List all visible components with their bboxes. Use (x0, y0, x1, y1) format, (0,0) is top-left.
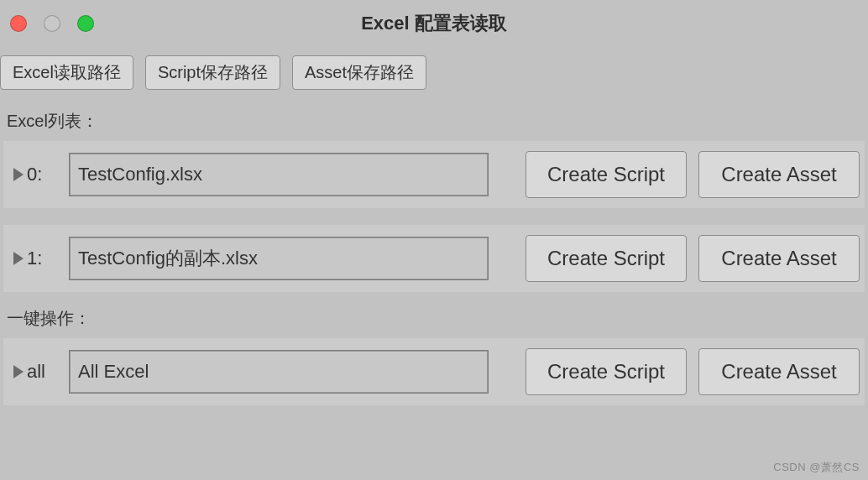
list-item: 0: TestConfig.xlsx Create Script Create … (3, 141, 865, 208)
excel-list: 0: TestConfig.xlsx Create Script Create … (0, 138, 868, 295)
triangle-right-icon (13, 168, 24, 181)
filename-text: TestConfig.xlsx (78, 164, 202, 185)
create-asset-button[interactable]: Create Asset (698, 348, 860, 395)
triangle-right-icon (13, 365, 24, 378)
close-icon[interactable] (10, 15, 27, 32)
window-controls (10, 15, 94, 32)
minimize-icon[interactable] (44, 15, 60, 32)
filename-text: TestConfig的副本.xlsx (78, 246, 258, 271)
filename-field[interactable]: TestConfig的副本.xlsx (69, 237, 489, 280)
create-asset-button[interactable]: Create Asset (698, 151, 860, 198)
create-script-button[interactable]: Create Script (526, 348, 687, 395)
row-index: 0: (27, 164, 42, 185)
row-foldout-0[interactable]: 0: (8, 164, 60, 185)
excel-list-label: Excel列表： (0, 98, 868, 138)
maximize-icon[interactable] (77, 15, 94, 32)
create-script-button[interactable]: Create Script (526, 235, 687, 282)
toolbar: Excel读取路径 Script保存路径 Asset保存路径 (0, 47, 868, 98)
filename-text: All Excel (78, 361, 149, 383)
row-index: all (27, 361, 45, 383)
triangle-right-icon (13, 252, 24, 265)
excel-read-path-button[interactable]: Excel读取路径 (0, 55, 133, 90)
create-script-button[interactable]: Create Script (526, 151, 687, 198)
window-title: Excel 配置表读取 (0, 11, 868, 36)
batch-label: 一键操作： (0, 295, 868, 335)
script-save-path-button[interactable]: Script保存路径 (145, 55, 280, 90)
filename-field[interactable]: TestConfig.xlsx (69, 153, 489, 196)
filename-field[interactable]: All Excel (69, 350, 489, 394)
row-index: 1: (27, 248, 42, 269)
row-foldout-all[interactable]: all (8, 361, 60, 383)
create-asset-button[interactable]: Create Asset (698, 235, 860, 282)
list-item: all All Excel Create Script Create Asset (3, 338, 865, 405)
watermark: CSDN @萧然CS (773, 460, 860, 475)
batch-section: all All Excel Create Script Create Asset (0, 335, 868, 409)
asset-save-path-button[interactable]: Asset保存路径 (292, 55, 426, 90)
row-foldout-1[interactable]: 1: (8, 248, 60, 269)
titlebar: Excel 配置表读取 (0, 0, 868, 47)
list-item: 1: TestConfig的副本.xlsx Create Script Crea… (3, 225, 865, 292)
